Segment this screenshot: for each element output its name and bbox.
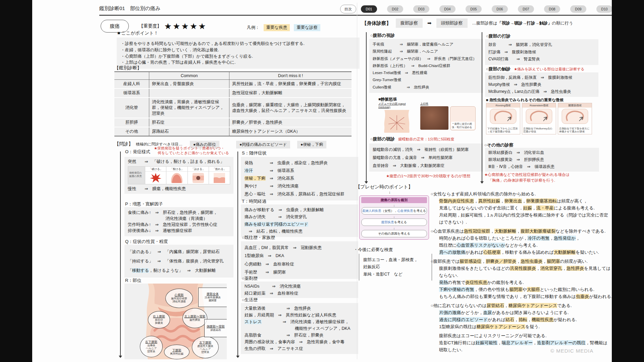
region-label-title: 右下腹部 bbox=[140, 340, 162, 344]
timecourse-line: 痛みを繰り返す同様のエピソード bbox=[245, 221, 355, 228]
keypoint-line: ・上部は心臓・胃の疾患，下部は産婦人科，腸疾患を中心に. bbox=[121, 59, 356, 66]
onset-mechanism-icon bbox=[193, 173, 204, 183]
tests-line: 単純・造影CT など bbox=[363, 271, 428, 278]
symptoms-line: 胸やけ ⇒ 消化性潰瘍 bbox=[245, 182, 355, 190]
symptoms-line: 冷汗 ⇒ 循環器系 bbox=[245, 167, 355, 175]
nav-page-button[interactable]: D03 bbox=[413, 5, 429, 13]
nav-page-button[interactable]: D04 bbox=[439, 5, 455, 13]
nav-pages: D01D02D03D04D05D06D07D08D09D10 bbox=[361, 5, 612, 13]
quality-line: 「波のある」 ⇒ 「内臓痛」腸閉塞，尿管結石 bbox=[128, 247, 230, 256]
letterbox-right bbox=[612, 0, 644, 362]
onset-mechanism-panel: 「破ける」 bbox=[145, 167, 166, 184]
presentation-title: 【プレゼン時のポイント】 bbox=[356, 184, 413, 190]
nav-page-button[interactable]: D02 bbox=[387, 5, 403, 13]
difftable-header-row: Common Don't miss it ! bbox=[114, 72, 352, 80]
appendicitis-sign-caption: 下行結腸を下から上に圧迫→右下腹部痛が増強 bbox=[486, 126, 520, 134]
vein-figure-left: メデューサの頭 (caput medusae) bbox=[378, 102, 418, 134]
quality-title: Q：症状の性質・程度 bbox=[125, 239, 168, 245]
provocation-line: 労作時痛み↑ ⇒ 急性冠症候群，労作性狭心症 bbox=[128, 222, 230, 228]
difftable-category: 肝胆膵 bbox=[114, 118, 149, 127]
provocation-box: 食後に痛み↑ ⇒ 胆石症，急性膵炎，腸閉塞， 消化性潰瘍（胃潰瘍）労作時痛み↑ … bbox=[124, 207, 233, 236]
exam-left-guide-line bbox=[366, 32, 367, 182]
vein-note-panel: ＊腹壁に血管の怒張・蛇行を認める bbox=[450, 106, 476, 130]
flowchart-step-label: その他の原因を考える bbox=[361, 230, 427, 237]
percussion-line: 鼓音 ⇒ 腸閉塞，消化管穿孔 bbox=[488, 41, 595, 49]
palpation-note: ★痛みを訴えている部位は最後に診察する bbox=[514, 67, 584, 72]
inspection-box: 手術痕 ⇒ 腸閉塞，腹壁瘢痕ヘルニア限局性隆起 ⇒ 腸閉塞，ヘルニア静脈怒張（メ… bbox=[369, 39, 483, 93]
nav-page-button[interactable]: D08 bbox=[544, 5, 560, 13]
flowchart-step: ↓ 産婦人科疾患（女性），心血管疾患を考える bbox=[361, 204, 427, 215]
difftable-category: 産婦人科 bbox=[114, 80, 149, 89]
tests-title: ・今後に必要な検査 bbox=[354, 247, 393, 253]
medication-line: 経口避妊薬 ⇒ 血栓塞栓症 bbox=[245, 290, 355, 297]
lifestyle-box: 大量飲酒後 ⇒ 急性膵炎妊娠，月経周期 ⇒ 異所性妊娠など婦人科疾患ストレス ⇒… bbox=[241, 303, 358, 354]
region-diagram: 心窩部 急性冠症候群消化性潰瘍 右上腹部 胆石症胆嚢炎 左上腹部〜背部 急性膵炎 bbox=[124, 284, 227, 359]
exam-chip-abdomen: 腹部診察 bbox=[396, 18, 423, 28]
region-label: 右下腹部 虫垂炎ヘルニア憩室炎 bbox=[140, 336, 163, 357]
inspection-line: 静脈怒張（メデューサの頭） ⇒ 肝疾患（門脈圧亢進症） bbox=[373, 55, 480, 62]
keypoint-line: ・産婦，循環器の順に除外していく．消化器は最後. bbox=[121, 47, 356, 53]
column-divider bbox=[357, 3, 357, 359]
region-label-title: 左上腹部〜背部 bbox=[183, 315, 207, 318]
tests-line: 腹部エコー，血液・尿検査， bbox=[363, 256, 428, 263]
region-label-disease: 虫垂炎 bbox=[140, 344, 162, 347]
auscultation-line: 腸蠕動音の亢進，金属音 ⇒ 単純性腸閉塞 bbox=[373, 154, 480, 162]
region-label-title: 腹部全体 bbox=[199, 292, 227, 296]
timecourse-box: 痛みが移動する ⇒ 虫垂炎，大動脈解離痛みが消失 ⇒ 消化管穿孔痛みを繰り返す同… bbox=[241, 204, 358, 237]
lifestyle-line: 生魚の摂取 ⇒ アニサキス症 bbox=[245, 345, 355, 352]
region-label-disease: 急性膵炎 bbox=[183, 318, 207, 321]
symptoms-title: S：随伴症状 bbox=[242, 150, 267, 156]
appendicitis-sign-label: Rosenstein徴候 bbox=[522, 103, 556, 108]
exam-chip-headneck: 頭頸部診察 bbox=[436, 18, 468, 28]
vein-left-label: メデューサの頭 (caput medusae) bbox=[378, 102, 418, 109]
region-label-disease: 消化性潰瘍 bbox=[166, 300, 193, 303]
difftable-dontmiss: 胆嚢炎／胆管炎，急性膵炎 bbox=[229, 118, 352, 127]
nav-page-button[interactable]: D10 bbox=[596, 5, 612, 13]
vein-figure-right: 上行性 ＊腹壁に血管の怒張・蛇行を認める bbox=[420, 102, 476, 134]
legend-label: 凡例： bbox=[247, 25, 260, 31]
vein-figure: メデューサの頭 (caput medusae) 上行性 ＊腹壁に血管の怒張・蛇行… bbox=[378, 102, 476, 134]
provocation-title: P：増悪・寛解因子 bbox=[125, 201, 163, 207]
appendicitis-sign-panel: Rosenstein徴候 左側臥位でMcBurney点の圧痛が増強 bbox=[522, 103, 556, 134]
difftable-header-dontmiss: Don't miss it ! bbox=[229, 72, 352, 80]
nav-page-button[interactable]: D07 bbox=[518, 5, 534, 13]
difftable-category: 循環器系 bbox=[114, 88, 149, 98]
region-label-disease: 急性冠症候群 bbox=[166, 297, 193, 300]
difftable-dontmiss: 異所性妊娠，流・早産，卵巣腫瘍，卵巣嚢腫，子宮内膜症 bbox=[229, 80, 352, 89]
region-label: 心窩部 急性冠症候群消化性潰瘍 bbox=[165, 289, 193, 308]
inspection-line: 静脈怒張（上行性） ⇒ Budd-Chiari症候群 bbox=[373, 62, 480, 69]
nav-page-button[interactable]: D01 bbox=[361, 5, 377, 13]
exam-right-guide-line bbox=[482, 32, 482, 182]
palpation-box: 筋性防御，反跳痛，筋強直 ⇒ 腹膜刺激徴候Murphy徴候 ⇒ 急性胆嚢炎McB… bbox=[485, 72, 598, 97]
region-label-disease: ヘルニア bbox=[192, 348, 218, 351]
legend-disease-chip: 重要な疾患 bbox=[264, 24, 290, 31]
region-label-disease: ヘルニア bbox=[140, 347, 162, 350]
percussion-box: 鼓音 ⇒ 腸閉塞，消化管穿孔打診痛 ⇒ 腹膜刺激徴候CVA叩打痛 ⇒ 腎盂腎炎 bbox=[485, 39, 598, 65]
region-label: 側腹部〜背部 尿路結石 bbox=[204, 319, 227, 337]
auscultation-box: 腸蠕動音の減弱，消失 ⇒ 複雑性（絞扼性）腸閉塞腸蠕動音の亢進，金属音 ⇒ 単純… bbox=[369, 143, 483, 172]
nav-page-button[interactable]: D06 bbox=[492, 5, 508, 13]
auscultation-line: 血管雑音 ⇒ 大動脈瘤，大動脈閉塞症 bbox=[373, 162, 480, 170]
toc-button[interactable]: 目次 bbox=[340, 5, 356, 13]
lifestyle-title: ○生活歴 bbox=[242, 297, 258, 303]
region-label-title: 心窩部 bbox=[166, 293, 193, 297]
difftable-common: 消化性潰瘍，胃腸炎，過敏性腸症候群，便秘症，機能性ディスペプシア，憩室炎 bbox=[149, 98, 229, 118]
history-box: 高血圧，DM，脂質異常 ⇒ 冠動脈疾患1型糖尿病 ⇒ DKA心房細動 ⇒ 血栓塞… bbox=[241, 241, 358, 279]
region-label-disease: 尿路結石 bbox=[205, 328, 227, 331]
exam-label: 【身体診察】 bbox=[362, 20, 391, 26]
palpation-line: 筋性防御，反跳痛，筋強直 ⇒ 腹膜刺激徴候 bbox=[488, 74, 595, 81]
nav-page-button[interactable]: D05 bbox=[466, 5, 482, 13]
symptoms-line: 発熱 ⇒ 虫垂炎，感染症，急性膵炎 bbox=[245, 159, 355, 167]
appendicitis-sign-illustration bbox=[558, 108, 592, 125]
opqr-guide-line bbox=[120, 152, 121, 357]
region-label-disease: 胆石症 bbox=[148, 318, 170, 321]
other-exam-foot-note: ★心窩部痛などで急性冠症候群が疑われる場合は 「胸痛」の身体診察手順で診察を行う… bbox=[484, 172, 570, 183]
region-label-disease: 憩室炎 bbox=[140, 350, 162, 353]
appendicitis-sign-illustration bbox=[486, 108, 520, 125]
auscultation-line: 腸蠕動音の減弱，消失 ⇒ 複雑性（絞扼性）腸閉塞 bbox=[373, 145, 480, 154]
difftable-row: 循環器系 急性冠症候群，大動脈解離 bbox=[114, 88, 352, 98]
nav-page-button[interactable]: D09 bbox=[570, 5, 586, 13]
flowchart-step-label: 産婦人科疾患（女性），心血管疾患を考える bbox=[361, 207, 427, 215]
region-label-title: 下腹部 bbox=[164, 349, 189, 352]
down-arrow-icon: ↓ bbox=[389, 190, 391, 194]
